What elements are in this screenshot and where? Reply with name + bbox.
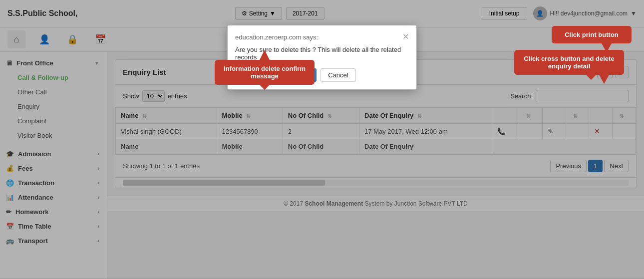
modal-ok-button[interactable]: OK [288, 68, 317, 82]
tooltip-cross: Click cross button and delete enquiry de… [514, 50, 624, 75]
modal-overlay: education.zeroerp.com says: ✕ Are you su… [0, 0, 644, 279]
modal-buttons: OK Cancel [235, 68, 409, 82]
modal-titlebar: education.zeroerp.com says: ✕ [235, 33, 409, 41]
delete-confirm-modal: education.zeroerp.com says: ✕ Are you su… [227, 25, 417, 90]
modal-cancel-button[interactable]: Cancel [321, 68, 355, 82]
modal-close-button[interactable]: ✕ [402, 33, 409, 41]
arrow-down-print-icon [602, 43, 612, 52]
modal-title: education.zeroerp.com says: [235, 33, 318, 41]
modal-body: Are you sure to delete this ? This will … [235, 46, 409, 61]
arrow-down-icon [599, 75, 609, 84]
tooltip-print: Click print button [552, 26, 632, 43]
